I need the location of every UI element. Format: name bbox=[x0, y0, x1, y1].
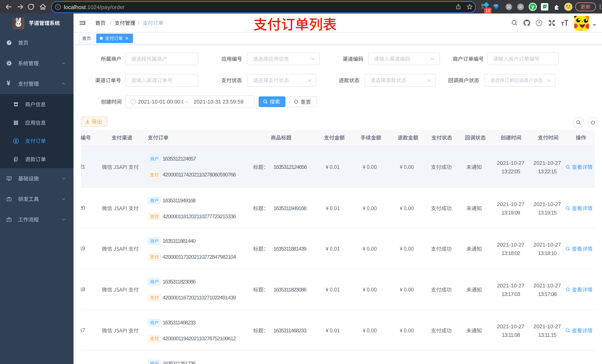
svg-text:?: ? bbox=[538, 21, 540, 25]
